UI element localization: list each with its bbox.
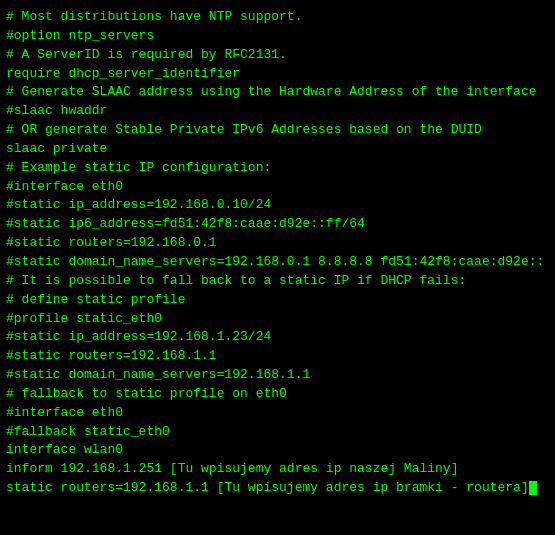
- terminal-line-l32: static routers=192.168.1.1 [Tu wpisujemy…: [6, 479, 549, 498]
- terminal-line-l8: #slaac hwaddr: [6, 102, 549, 121]
- terminal-cursor: [529, 481, 537, 495]
- terminal-line-l28: #fallback static_eth0: [6, 423, 549, 442]
- terminal-line-l5: require dhcp_server_identifier: [6, 65, 549, 84]
- terminal-line-l24: #static domain_name_servers=192.168.1.1: [6, 366, 549, 385]
- terminal-line-l30: interface wlan0: [6, 441, 549, 460]
- terminal-line-l1: # Most distributions have NTP support.: [6, 8, 549, 27]
- terminal-line-l23: #static routers=192.168.1.1: [6, 347, 549, 366]
- terminal-line-l15: #static ip6_address=fd51:42f8:caae:d92e:…: [6, 215, 549, 234]
- terminal-window: # Most distributions have NTP support.#o…: [0, 0, 555, 535]
- terminal-line-l2: #option ntp_servers: [6, 27, 549, 46]
- terminal-line-l14: #static ip_address=192.168.0.10/24: [6, 196, 549, 215]
- terminal-line-l12: # Example static IP configuration:: [6, 159, 549, 178]
- terminal-line-l17: #static domain_name_servers=192.168.0.1 …: [6, 253, 549, 272]
- terminal-line-l19: # It is possible to fall back to a stati…: [6, 272, 549, 291]
- terminal-line-l20: # define static profile: [6, 291, 549, 310]
- terminal-line-l22: #static ip_address=192.168.1.23/24: [6, 328, 549, 347]
- terminal-line-l27: #interface eth0: [6, 404, 549, 423]
- terminal-line-l31: inform 192.168.1.251 [Tu wpisujemy adres…: [6, 460, 549, 479]
- terminal-line-l7: # Generate SLAAC address using the Hardw…: [6, 83, 549, 102]
- terminal-line-l4: # A ServerID is required by RFC2131.: [6, 46, 549, 65]
- terminal-line-l16: #static routers=192.168.0.1: [6, 234, 549, 253]
- terminal-line-l26: # fallback to static profile on eth0: [6, 385, 549, 404]
- terminal-line-l9: # OR generate Stable Private IPv6 Addres…: [6, 121, 549, 140]
- terminal-line-l21: #profile static_eth0: [6, 310, 549, 329]
- terminal-line-l10: slaac private: [6, 140, 549, 159]
- terminal-line-l13: #interface eth0: [6, 178, 549, 197]
